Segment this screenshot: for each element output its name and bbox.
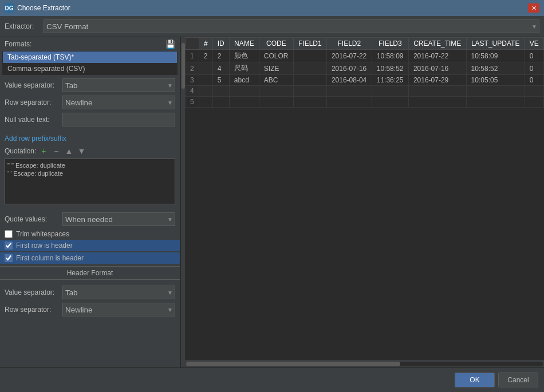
table-cell <box>525 86 543 97</box>
quote-values-select[interactable]: When needed Always Never <box>62 212 175 226</box>
table-cell <box>525 97 543 108</box>
close-button[interactable]: ✕ <box>528 3 539 13</box>
table-cell <box>212 97 229 108</box>
first-row-header-checkbox[interactable] <box>5 241 13 250</box>
dialog-body: Extractor: CSV Format ▼ Formats: 💾 Tab-s… <box>0 16 544 392</box>
table-cell <box>372 86 408 97</box>
extractor-row: Extractor: CSV Format ▼ <box>0 16 544 37</box>
left-panel: Formats: 💾 Tab-separated (TSV)* Comma-se… <box>0 37 180 367</box>
table-cell <box>326 86 372 97</box>
col-header-create-time: CREATE_TIME <box>408 38 466 50</box>
table-row: 5 <box>186 97 544 108</box>
quotation-down-btn[interactable]: ▼ <box>76 146 86 156</box>
table-cell <box>408 86 466 97</box>
col-header-field1: FIELD1 <box>293 38 326 50</box>
title-bar: DG Choose Extractor ✕ <box>0 0 544 16</box>
settings-section-1: Value separator: Tab Comma ▼ Row separat… <box>0 75 180 133</box>
left-panel-scroll: Formats: 💾 Tab-separated (TSV)* Comma-se… <box>0 37 180 367</box>
table-cell: 2016-07-22 <box>408 50 466 62</box>
table-cell: 4 <box>212 62 229 75</box>
formats-list: Tab-separated (TSV)* Comma-separated (CS… <box>2 51 178 75</box>
table-cell <box>293 75 326 86</box>
extractor-label: Extractor: <box>5 22 39 30</box>
preview-table-container[interactable]: # ID NAME CODE FIELD1 FIELD2 FIELD3 CREA… <box>185 37 544 359</box>
table-cell: 2 <box>199 50 212 62</box>
value-separator-row-2: Value separator: Tab ▼ <box>5 286 175 299</box>
first-col-header-label: First column is header <box>16 254 84 262</box>
table-cell <box>259 97 293 108</box>
table-cell: 2016-07-29 <box>408 75 466 86</box>
table-cell <box>199 62 212 75</box>
quotation-up-btn[interactable]: ▲ <box>64 146 74 156</box>
quotation-header: Quotation: + − ▲ ▼ <box>5 146 175 156</box>
value-separator-select-2[interactable]: Tab <box>62 286 175 299</box>
value-separator-select-wrapper-1: Tab Comma ▼ <box>62 78 175 92</box>
col-header-code: CODE <box>259 38 293 50</box>
first-col-header-checkbox[interactable] <box>5 254 13 262</box>
row-separator-select-2[interactable]: Newline <box>62 303 175 316</box>
table-cell: 0 <box>525 50 543 62</box>
table-row-num: 2 <box>186 62 199 75</box>
table-row: 122颜色COLOR2016-07-2210:58:092016-07-2210… <box>186 50 544 62</box>
extractor-select[interactable]: CSV Format <box>44 19 539 33</box>
row-separator-label-2: Row separator: <box>5 306 59 314</box>
null-value-row: Null value text: <box>5 113 175 126</box>
dialog-footer: OK Cancel <box>0 367 544 392</box>
format-item-tsv[interactable]: Tab-separated (TSV)* <box>3 52 177 63</box>
quote-values-label: Quote values: <box>5 215 59 223</box>
table-cell <box>466 97 525 108</box>
quotation-remove-btn[interactable]: − <box>51 146 61 156</box>
table-cell: 11:36:25 <box>372 75 408 86</box>
format-item-csv[interactable]: Comma-separated (CSV) <box>3 63 177 74</box>
trim-whitespaces-checkbox[interactable] <box>5 230 13 238</box>
bottom-scrollbar[interactable] <box>185 359 544 367</box>
table-cell <box>199 75 212 86</box>
table-cell: 0 <box>525 62 543 75</box>
table-cell: 0 <box>525 75 543 86</box>
quote-values-select-wrapper: When needed Always Never ▼ <box>62 212 175 226</box>
row-separator-select-1[interactable]: Newline <box>62 96 175 109</box>
table-cell: 2016-07-22 <box>326 50 372 62</box>
table-cell: 10:05:05 <box>466 75 525 86</box>
table-cell: 2 <box>212 50 229 62</box>
table-cell <box>259 86 293 97</box>
table-row-num: 5 <box>186 97 199 108</box>
ok-button[interactable]: OK <box>455 373 495 387</box>
formats-label: Formats: <box>5 40 31 48</box>
table-cell <box>293 86 326 97</box>
null-value-input[interactable] <box>62 113 175 126</box>
dialog-title: Choose Extractor <box>17 4 525 12</box>
value-separator-select-1[interactable]: Tab Comma <box>62 78 175 92</box>
quotation-add-btn[interactable]: + <box>38 146 49 156</box>
save-icon[interactable]: 💾 <box>165 39 175 49</box>
trim-whitespaces-label: Trim whitespaces <box>16 230 69 238</box>
table-cell: SIZE <box>259 62 293 75</box>
quote-values-row: Quote values: When needed Always Never ▼ <box>0 210 180 228</box>
left-panel-scrollbar[interactable] <box>180 37 185 367</box>
table-cell <box>199 97 212 108</box>
table-cell: 2016-08-04 <box>326 75 372 86</box>
table-cell <box>229 97 259 108</box>
table-row: 24尺码SIZE2016-07-1610:58:522016-07-1610:5… <box>186 62 544 75</box>
col-header-field2: FIELD2 <box>326 38 372 50</box>
add-prefix-row: Add row prefix/suffix <box>0 133 180 144</box>
table-row-num: 3 <box>186 75 199 86</box>
col-header-rownum <box>186 38 199 50</box>
trim-whitespaces-row: Trim whitespaces <box>0 228 180 240</box>
add-prefix-link[interactable]: Add row prefix/suffix <box>5 133 66 144</box>
cancel-button[interactable]: Cancel <box>498 373 538 387</box>
table-cell <box>466 86 525 97</box>
table-cell <box>199 86 212 97</box>
main-content: Formats: 💾 Tab-separated (TSV)* Comma-se… <box>0 37 544 367</box>
table-cell: 2016-07-16 <box>408 62 466 75</box>
table-cell: 10:58:52 <box>372 62 408 75</box>
preview-table: # ID NAME CODE FIELD1 FIELD2 FIELD3 CREA… <box>185 37 544 108</box>
table-cell <box>293 62 326 75</box>
table-cell: 尺码 <box>229 62 259 75</box>
table-cell: 10:58:09 <box>466 50 525 62</box>
table-row-num: 4 <box>186 86 199 97</box>
value-separator-label-1: Value separator: <box>5 81 59 89</box>
h-scrollbar-thumb <box>186 362 400 366</box>
table-cell: 10:58:52 <box>466 62 525 75</box>
table-cell <box>212 86 229 97</box>
